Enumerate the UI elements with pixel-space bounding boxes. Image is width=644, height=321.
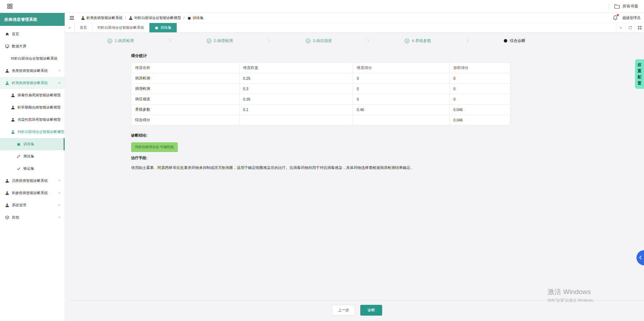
tab-label: 训练集 [161, 25, 171, 30]
chevron-down-icon [58, 179, 61, 182]
user-menu[interactable]: 超级管理员 [622, 15, 640, 20]
column-header: 维度权重 [239, 63, 353, 73]
table-cell: 养殖参数 [131, 105, 240, 115]
step-5: 综合诊断 [504, 38, 525, 43]
user-icon [81, 16, 85, 20]
user-icon [5, 69, 9, 73]
sidebar-item[interactable]: 传染性肌坏死智能诊断模型 [0, 114, 65, 126]
tabs-refresh[interactable] [625, 23, 635, 32]
sidebar-item[interactable]: 虾肝肠胞虫病智能诊断模型 [0, 101, 65, 114]
diagnose-button[interactable]: 诊断 [360, 305, 382, 316]
box-icon [5, 215, 9, 220]
sidebar-item[interactable]: 首页 [0, 28, 65, 40]
breadcrumb-item[interactable]: 虾类疫病智能诊断系统 [81, 15, 122, 20]
user-icon [11, 93, 15, 97]
table-cell: 0.3 [239, 84, 353, 94]
table-cell: 0.35 [239, 94, 353, 105]
tab-item[interactable]: 首页 [74, 23, 92, 32]
all-bookmarks-label[interactable]: 所有书签 [622, 4, 638, 9]
table-cell: 病理检测 [131, 84, 240, 94]
sidebar-item[interactable]: 测试集 [0, 150, 65, 162]
chevrons-right-icon: » [620, 26, 622, 30]
sidebar-item-label: 系统管理 [12, 203, 26, 208]
chevron-right-icon [367, 38, 370, 43]
sidebar-item[interactable]: 训练集 [0, 138, 65, 150]
sidebar-item-label: 虾类疫病智能诊断系统 [12, 81, 48, 86]
table-cell: 0.25 [239, 73, 353, 84]
step-3: 3-病症描述 [306, 38, 332, 43]
tabbar-spacer [177, 23, 616, 32]
footer: 上一步 诊断 [70, 300, 644, 316]
weight-config-char: 配 [638, 74, 641, 80]
sidebar-item[interactable]: 刺参疫病智能诊断系统 [0, 187, 65, 199]
table-cell: 0 [450, 84, 510, 94]
diagnosis-section: 诊断结论: 对虾白斑综合征-可能性低 治疗手段: 使用如土霉素、阿莫西林等抗生素… [131, 133, 510, 171]
weight-config-tab[interactable]: 权重配置 [635, 59, 644, 89]
user-icon [5, 191, 9, 195]
sidebar-item-label: 刺参疫病智能诊断系统 [12, 191, 48, 196]
notification-bell[interactable] [613, 15, 618, 20]
sidebar-item[interactable]: 鱼类疫病智能诊断系统 [0, 65, 65, 77]
bookmarks-divider [609, 4, 609, 9]
apps-grid-icon[interactable] [7, 4, 13, 9]
step-label: 4-养殖参数 [412, 38, 431, 43]
sidebar-item-label: 对虾白斑综合征智能诊断模型 [18, 129, 64, 134]
grid-icon [638, 26, 642, 30]
table-cell [239, 115, 353, 125]
check-icon [17, 166, 21, 171]
tabs-scroll-left[interactable]: « [65, 23, 74, 32]
tab-active[interactable]: 训练集 [149, 23, 177, 32]
table-row: 综合得分0.046 [131, 115, 510, 125]
breadcrumb: 虾类疫病智能诊断系统/对虾白斑综合征智能诊断模型/训练集 [81, 15, 204, 20]
table-cell: 综合得分 [131, 115, 240, 125]
prev-step-button[interactable]: 上一步 [332, 305, 356, 316]
check-circle-icon [107, 38, 112, 43]
sidebar-item[interactable]: 病毒性偷死病智能诊断模型 [0, 89, 65, 101]
sidebar-item-label: 传染性肌坏死智能诊断模型 [18, 117, 61, 122]
sidebar-item[interactable]: 数据大屏 [0, 40, 65, 52]
conclusion-badge: 对虾白斑综合征-可能性低 [131, 142, 178, 152]
chevron-down-icon [58, 191, 61, 194]
sidebar-item[interactable]: 系统管理 [0, 199, 65, 211]
table-row: 养殖参数0.10.460.046 [131, 105, 510, 115]
sidebar-item-label: 其他 [12, 215, 19, 220]
tab-list: 首页对虾白斑综合征智能诊断系统训练集 [74, 23, 177, 32]
score-table: 维度名称维度权重维度得分加权得分 病原检测0.2500病理检测0.300病症描述… [131, 63, 510, 125]
tab-label: 首页 [80, 25, 87, 30]
breadcrumb-label: 虾类疫病智能诊断系统 [87, 15, 122, 20]
sidebar-menu: 首页数据大屏对虾白斑综合征智能诊断系统鱼类疫病智能诊断系统虾类疫病智能诊断系统病… [0, 26, 65, 224]
weight-config-char: 重 [638, 68, 641, 74]
tabs-layout[interactable] [635, 23, 644, 32]
sidebar-item-label: 验证集 [23, 166, 34, 171]
sidebar-item[interactable]: 其他 [0, 211, 65, 224]
sidebar-item[interactable]: 对虾白斑综合征智能诊断模型 [0, 126, 65, 138]
sidebar-item[interactable]: 贝类疫病智能诊断系统 [0, 175, 65, 187]
app: 疫病信息管理系统 首页数据大屏对虾白斑综合征智能诊断系统鱼类疫病智能诊断系统虾类… [0, 13, 644, 321]
pencil-icon [17, 154, 21, 159]
tabs-scroll-right[interactable]: » [616, 23, 625, 32]
sidebar-item-label: 贝类疫病智能诊断系统 [12, 178, 48, 183]
sidebar-item[interactable]: 对虾白斑综合征智能诊断系统 [0, 52, 65, 65]
drawer-toggle-button[interactable] [636, 250, 644, 265]
user-icon [5, 179, 9, 183]
user-icon [5, 203, 9, 207]
column-header: 维度名称 [131, 63, 240, 73]
weight-config-char: 置 [638, 81, 641, 86]
sidebar-item[interactable]: 虾类疫病智能诊断系统 [0, 77, 65, 89]
table-cell: 0 [450, 73, 510, 84]
chevron-right-icon [466, 38, 469, 43]
chevron-down-icon [58, 106, 61, 109]
tab-item[interactable]: 对虾白斑综合征智能诊断系统 [92, 23, 149, 32]
watermark-line1: 激活 Windows [547, 287, 597, 297]
hamburger-icon[interactable] [69, 16, 74, 20]
weight-config-char: 权 [638, 62, 641, 68]
user-icon [11, 130, 15, 134]
breadcrumb-item[interactable]: 训练集 [187, 15, 204, 20]
table-cell: 0 [353, 84, 450, 94]
tabbar: « 首页对虾白斑综合征智能诊断系统训练集 » [65, 23, 644, 33]
sidebar-item[interactable]: 验证集 [0, 162, 65, 175]
table-cell: 病原检测 [131, 73, 240, 84]
breadcrumb-item[interactable]: 对虾白斑综合征智能诊断模型 [129, 15, 181, 20]
sidebar-item-label: 数据大屏 [12, 44, 26, 49]
chevron-down-icon [58, 203, 61, 207]
